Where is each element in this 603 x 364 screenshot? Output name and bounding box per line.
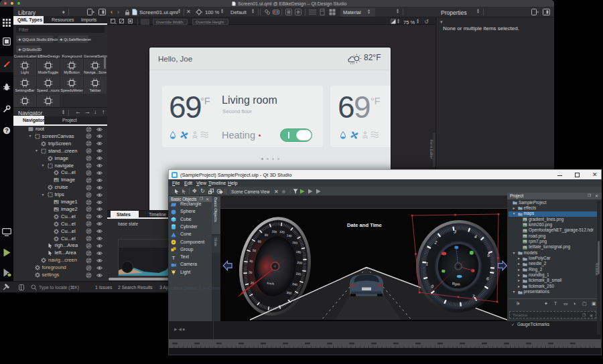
svg-text:?: ? — [5, 127, 8, 134]
svg-text:Rpm: Rpm — [452, 282, 461, 286]
svg-text:Date and Time: Date and Time — [347, 222, 382, 228]
svg-text:T: T — [172, 255, 176, 260]
